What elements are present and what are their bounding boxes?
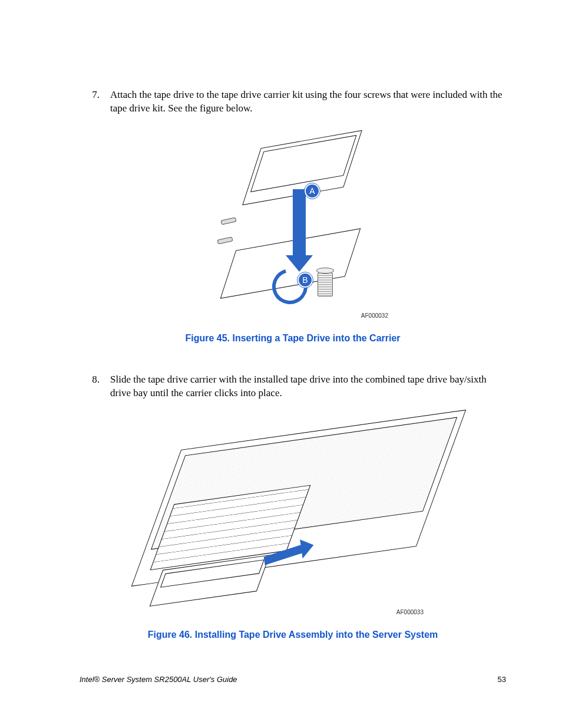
step-8: 8. Slide the tape drive carrier with the… [80,373,506,400]
page-footer: Intel® Server System SR2500AL User's Gui… [80,675,506,684]
screw-detail-icon [318,272,333,297]
down-arrow-icon [293,189,306,260]
figure-45: A B AF000032 Figure 45. Inserting a Tape… [80,133,506,344]
step-text: Attach the tape drive to the tape drive … [110,88,506,116]
page-number: 53 [498,675,506,684]
figure-45-illustration: A B [204,133,381,310]
figure-code: AF000033 [80,609,506,615]
figure-46: AF000033 Figure 46. Installing Tape Driv… [80,418,506,640]
callout-a: A [305,183,320,199]
footer-title: Intel® Server System SR2500AL User's Gui… [80,675,237,684]
step-text: Slide the tape drive carrier with the in… [110,373,506,400]
step-7: 7. Attach the tape drive to the tape dri… [80,88,506,116]
figure-code: AF000032 [80,312,506,319]
figure-caption: Figure 46. Installing Tape Drive Assembl… [80,630,506,640]
figure-46-illustration [140,418,446,607]
step-number: 8. [80,373,110,400]
screw-icon [217,236,233,244]
callout-b: B [297,272,313,288]
figure-caption: Figure 45. Inserting a Tape Drive into t… [80,333,506,344]
step-number: 7. [80,88,110,116]
screw-icon [220,217,236,225]
